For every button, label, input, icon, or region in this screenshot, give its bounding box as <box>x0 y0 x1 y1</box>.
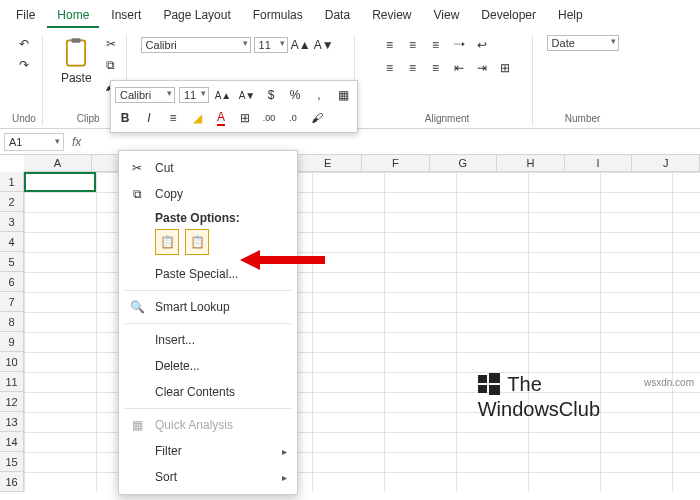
row-header[interactable]: 10 <box>0 352 24 372</box>
mini-font-name[interactable]: Calibri <box>115 87 175 103</box>
formula-input[interactable] <box>89 134 700 150</box>
increase-font-button[interactable]: A▲ <box>291 35 311 55</box>
dec-decimal-icon: .00 <box>263 113 276 123</box>
align-top-button[interactable]: ≡ <box>380 35 400 55</box>
row-header[interactable]: 3 <box>0 212 24 232</box>
orientation-icon: ⭬ <box>453 38 465 52</box>
ctx-sort[interactable]: Sort <box>119 464 297 490</box>
watermark-line1: The <box>507 373 541 395</box>
align-center-icon: ≡ <box>409 61 416 75</box>
mini-borders[interactable]: ⊞ <box>235 108 255 128</box>
percent-icon: % <box>290 88 301 102</box>
mini-format-painter[interactable]: 🖌 <box>307 108 327 128</box>
orientation-button[interactable]: ⭬ <box>449 35 469 55</box>
font-name-select[interactable]: Calibri <box>141 37 251 53</box>
ctx-clear-contents[interactable]: Clear Contents <box>119 379 297 405</box>
redo-button[interactable]: ↷ <box>15 56 33 74</box>
menu-pagelayout[interactable]: Page Layout <box>153 4 240 28</box>
menu-insert[interactable]: Insert <box>101 4 151 28</box>
cut-button[interactable]: ✂ <box>102 35 120 53</box>
ctx-copy[interactable]: ⧉ Copy <box>119 181 297 207</box>
ctx-filter[interactable]: Filter <box>119 438 297 464</box>
copy-button[interactable]: ⧉ <box>102 56 120 74</box>
row-header[interactable]: 16 <box>0 472 24 492</box>
col-header[interactable]: A <box>24 155 92 172</box>
increase-indent-button[interactable]: ⇥ <box>472 58 492 78</box>
ctx-paste-special[interactable]: Paste Special... <box>119 261 297 287</box>
align-middle-button[interactable]: ≡ <box>403 35 423 55</box>
fill-icon: ◢ <box>193 111 202 125</box>
mini-italic[interactable]: I <box>139 108 159 128</box>
mini-table[interactable]: ▦ <box>333 85 353 105</box>
menu-data[interactable]: Data <box>315 4 360 28</box>
menu-home[interactable]: Home <box>47 4 99 28</box>
align-bottom-button[interactable]: ≡ <box>426 35 446 55</box>
mini-comma[interactable]: , <box>309 85 329 105</box>
col-header[interactable]: G <box>430 155 498 172</box>
decrease-indent-button[interactable]: ⇤ <box>449 58 469 78</box>
row-header[interactable]: 13 <box>0 412 24 432</box>
number-format-select[interactable]: Date <box>547 35 619 51</box>
row-header[interactable]: 8 <box>0 312 24 332</box>
align-right-button[interactable]: ≡ <box>426 58 446 78</box>
undo-button[interactable]: ↶ <box>15 35 33 53</box>
menu-help[interactable]: Help <box>548 4 593 28</box>
mini-font-color[interactable]: A <box>211 108 231 128</box>
row-header[interactable]: 12 <box>0 392 24 412</box>
row-headers: 1 2 3 4 5 6 7 8 9 10 11 12 13 14 15 16 <box>0 172 24 492</box>
mini-currency[interactable]: $ <box>261 85 281 105</box>
row-header[interactable]: 9 <box>0 332 24 352</box>
align-left-button[interactable]: ≡ <box>380 58 400 78</box>
mini-inc-decimal[interactable]: .0 <box>283 108 303 128</box>
active-cell[interactable] <box>24 172 96 192</box>
name-box[interactable]: A1 <box>4 133 64 151</box>
col-header[interactable]: I <box>565 155 633 172</box>
bold-icon: B <box>121 111 130 125</box>
font-size-select[interactable]: 11 <box>254 37 288 53</box>
svg-rect-0 <box>67 40 85 65</box>
increase-font-icon: A▲ <box>215 90 232 101</box>
align-center-button[interactable]: ≡ <box>403 58 423 78</box>
mini-decrease-font[interactable]: A▼ <box>237 85 257 105</box>
mini-font-size[interactable]: 11 <box>179 87 209 103</box>
mini-percent[interactable]: % <box>285 85 305 105</box>
font-color-icon: A <box>217 110 225 126</box>
mini-align[interactable]: ≡ <box>163 108 183 128</box>
row-header[interactable]: 14 <box>0 432 24 452</box>
row-header[interactable]: 11 <box>0 372 24 392</box>
menu-formulas[interactable]: Formulas <box>243 4 313 28</box>
mini-fill-color[interactable]: ◢ <box>187 108 207 128</box>
row-header[interactable]: 1 <box>0 172 24 192</box>
ctx-quick-analysis: ▦ Quick Analysis <box>119 412 297 438</box>
mini-dec-decimal[interactable]: .00 <box>259 108 279 128</box>
menu-review[interactable]: Review <box>362 4 421 28</box>
col-header[interactable]: J <box>632 155 700 172</box>
row-header[interactable]: 6 <box>0 272 24 292</box>
separator <box>125 290 291 291</box>
ctx-insert[interactable]: Insert... <box>119 327 297 353</box>
ctx-delete[interactable]: Delete... <box>119 353 297 379</box>
col-header[interactable]: F <box>362 155 430 172</box>
merge-button[interactable]: ⊞ <box>495 58 515 78</box>
paste-option-values[interactable]: 📋 <box>185 229 209 255</box>
row-header[interactable]: 15 <box>0 452 24 472</box>
mini-bold[interactable]: B <box>115 108 135 128</box>
col-header[interactable]: H <box>497 155 565 172</box>
paste-label: Paste <box>61 71 92 85</box>
ctx-smart-lookup[interactable]: 🔍 Smart Lookup <box>119 294 297 320</box>
decrease-font-button[interactable]: A▼ <box>314 35 334 55</box>
menu-developer[interactable]: Developer <box>471 4 546 28</box>
paste-button[interactable]: Paste <box>57 35 96 87</box>
row-header[interactable]: 4 <box>0 232 24 252</box>
ctx-cut[interactable]: ✂ Cut <box>119 155 297 181</box>
paste-option-default[interactable]: 📋 <box>155 229 179 255</box>
menu-view[interactable]: View <box>424 4 470 28</box>
row-header[interactable]: 7 <box>0 292 24 312</box>
col-header[interactable]: E <box>294 155 362 172</box>
row-header[interactable]: 2 <box>0 192 24 212</box>
fx-icon[interactable]: fx <box>64 135 89 149</box>
mini-increase-font[interactable]: A▲ <box>213 85 233 105</box>
wrap-text-button[interactable]: ↩ <box>472 35 492 55</box>
menu-file[interactable]: File <box>6 4 45 28</box>
row-header[interactable]: 5 <box>0 252 24 272</box>
